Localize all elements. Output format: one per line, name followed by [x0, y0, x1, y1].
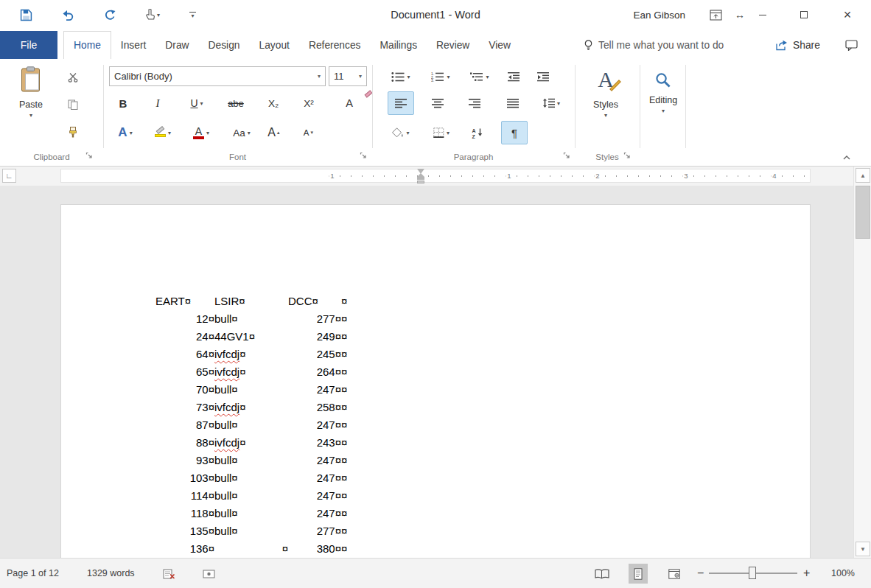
sort-button[interactable]: AZ — [464, 121, 491, 144]
dialog-launcher-icon — [360, 152, 367, 159]
read-mode-icon — [595, 569, 609, 579]
zoom-in-button[interactable]: + — [803, 559, 810, 588]
ruler-ticks — [329, 175, 808, 177]
decrease-indent-button[interactable] — [503, 65, 525, 88]
tab-draw[interactable]: Draw — [155, 31, 198, 59]
tab-selector-button[interactable]: ∟ — [2, 169, 16, 183]
file-tab[interactable]: File — [0, 31, 57, 59]
clipboard-dialog-launcher[interactable] — [84, 150, 94, 161]
shading-button[interactable]: ▾ — [385, 121, 417, 144]
italic-button[interactable]: I — [147, 91, 168, 115]
table-cell: 24¤ — [155, 328, 214, 346]
tab-review[interactable]: Review — [427, 31, 479, 59]
align-center-icon — [432, 99, 444, 108]
collapse-ribbon-button[interactable] — [842, 153, 852, 163]
underline-button[interactable]: U▾ — [181, 91, 212, 115]
share-button[interactable]: Share — [775, 31, 820, 59]
tab-view[interactable]: View — [479, 31, 520, 59]
numbering-button[interactable]: 1.2.3.▾ — [424, 65, 457, 88]
font-name-value: Calibri (Body) — [114, 71, 172, 82]
subscript-button[interactable]: X₂ — [259, 91, 287, 115]
zoom-level[interactable]: 100% — [816, 559, 855, 588]
print-layout-button[interactable] — [629, 564, 648, 584]
increase-indent-button[interactable] — [531, 65, 556, 88]
font-dialog-launcher[interactable] — [358, 150, 368, 161]
left-indent-marker[interactable] — [417, 173, 424, 183]
clear-formatting-button[interactable]: A — [333, 91, 365, 115]
align-right-button[interactable] — [461, 91, 488, 115]
copy-button[interactable] — [62, 96, 84, 113]
font-name-combobox[interactable]: Calibri (Body)▾ — [109, 66, 326, 86]
superscript-button[interactable]: X² — [295, 91, 323, 115]
table-cell: 247¤ — [288, 505, 341, 522]
table-cell: ¤ — [341, 469, 356, 487]
zoom-slider[interactable] — [709, 573, 797, 574]
tell-me-box[interactable]: Tell me what you want to do — [584, 31, 724, 59]
word-count[interactable]: 1329 words — [87, 559, 135, 588]
proofing-status-button[interactable] — [159, 564, 178, 584]
table-cell: ¤ — [341, 522, 356, 540]
macro-record-button[interactable] — [199, 564, 218, 584]
justify-button[interactable] — [500, 91, 526, 115]
decrease-indent-icon — [508, 72, 520, 82]
shrink-font-button[interactable]: A▼ — [295, 121, 323, 144]
tab-references[interactable]: References — [299, 31, 371, 59]
font-color-button[interactable]: A▾ — [186, 121, 217, 144]
cell-mark: ¤ — [209, 436, 214, 449]
cell-mark: ¤ — [231, 312, 237, 325]
paste-button[interactable]: Paste ▾ — [7, 63, 55, 150]
document-area[interactable]: EART¤LSIR¤DCC¤¤12¤bull¤277¤¤24¤44GV1¤249… — [0, 186, 853, 558]
styles-gallery-button[interactable]: A Styles ▾ — [578, 63, 634, 150]
web-layout-button[interactable] — [665, 564, 684, 584]
strikethrough-button[interactable]: abe — [220, 91, 252, 115]
align-left-button[interactable] — [388, 91, 414, 115]
text-effects-button[interactable]: A▾ — [111, 121, 140, 144]
scrollbar-thumb[interactable] — [856, 186, 870, 239]
scroll-down-button[interactable]: ▼ — [856, 542, 870, 556]
show-hide-formatting-button[interactable]: ¶ — [501, 121, 528, 144]
tab-mailings[interactable]: Mailings — [370, 31, 427, 59]
ribbon-display-options-button[interactable] — [706, 0, 725, 29]
format-painter-icon — [69, 127, 77, 138]
change-case-button[interactable]: Aa▾ — [225, 121, 258, 144]
cell-mark: ¤ — [239, 436, 245, 449]
numbering-icon: 1.2.3. — [431, 72, 444, 82]
resize-button[interactable]: ↔ — [731, 0, 749, 29]
cell-mark: ¤ — [231, 507, 237, 519]
grow-font-button[interactable]: A▲ — [261, 121, 287, 144]
table-row: 24¤44GV1¤249¤¤ — [155, 328, 810, 346]
borders-button[interactable]: ▾ — [426, 121, 457, 144]
cell-mark: ¤ — [209, 365, 214, 378]
tab-home[interactable]: Home — [63, 31, 111, 59]
tab-layout[interactable]: Layout — [249, 31, 298, 59]
tab-insert[interactable]: Insert — [111, 31, 156, 59]
minimize-button[interactable] — [752, 0, 774, 29]
bold-button[interactable]: B — [112, 91, 134, 115]
page-indicator[interactable]: Page 1 of 12 — [7, 559, 59, 588]
format-painter-button[interactable] — [62, 123, 84, 141]
zoom-slider-thumb[interactable] — [749, 567, 756, 579]
scroll-up-button[interactable]: ▲ — [856, 168, 870, 183]
table-cell: bull¤ — [214, 381, 288, 399]
line-spacing-button[interactable]: ▾ — [534, 91, 567, 115]
maximize-button[interactable] — [791, 0, 816, 29]
align-center-button[interactable] — [424, 91, 451, 115]
close-button[interactable]: × — [833, 0, 862, 29]
table-cell: bull¤ — [214, 469, 288, 487]
read-mode-button[interactable] — [592, 564, 612, 584]
styles-dialog-launcher[interactable] — [622, 150, 632, 161]
font-size-combobox[interactable]: 11▾ — [329, 66, 367, 86]
ruler[interactable]: 11234 — [60, 169, 811, 183]
tab-design[interactable]: Design — [199, 31, 250, 59]
editing-group-button[interactable]: Editing ▾ — [643, 63, 684, 150]
bullets-button[interactable]: ▾ — [385, 65, 417, 88]
page[interactable]: EART¤LSIR¤DCC¤¤12¤bull¤277¤¤24¤44GV1¤249… — [60, 204, 811, 558]
comments-button[interactable] — [840, 31, 862, 59]
vertical-scrollbar[interactable]: ▲ ▼ — [853, 167, 871, 558]
paragraph-dialog-launcher[interactable] — [562, 150, 572, 161]
text-highlight-color-button[interactable]: ▾ — [146, 121, 180, 144]
zoom-out-button[interactable]: − — [697, 559, 704, 588]
word-window: ▾ ▾ Document1 - Word Ean Gibson ↔ × File… — [0, 0, 871, 588]
multilevel-list-button[interactable]: ▾ — [464, 65, 495, 88]
cut-button[interactable] — [62, 69, 84, 86]
